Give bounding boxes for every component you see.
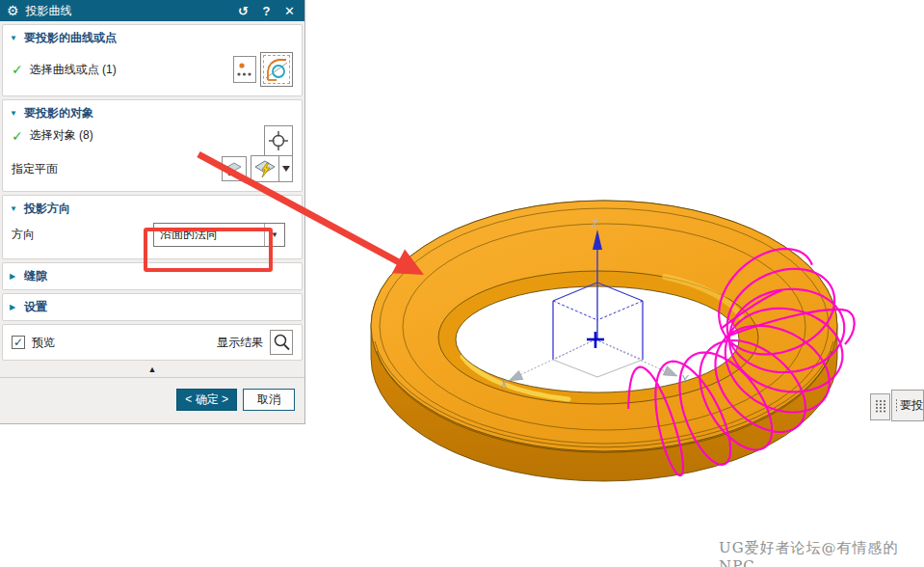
reset-button[interactable]: ↺ [235, 4, 251, 18]
section-title: 投影方向 [24, 201, 70, 217]
section-title: 要投影的曲线或点 [24, 30, 117, 46]
grid-dots-icon [895, 398, 897, 414]
chevron-collapsed-icon[interactable]: ▶ [10, 272, 18, 281]
section-preview: ✓ 预览 显示结果 [2, 324, 303, 361]
chevron-expanded-icon[interactable]: ▼ [10, 204, 18, 213]
quickpick-text: 要投 [900, 397, 923, 414]
inferred-plane-button[interactable] [251, 155, 279, 182]
curve-icon [265, 57, 288, 82]
specify-plane-label: 指定平面 [12, 161, 222, 177]
snap-point-button[interactable] [264, 125, 293, 156]
crosshair-icon [267, 129, 290, 152]
close-button[interactable]: ✕ [281, 4, 298, 18]
section-title: 设置 [24, 299, 47, 315]
chevron-expanded-icon[interactable]: ▼ [10, 34, 18, 42]
curve-rule-button[interactable] [260, 52, 293, 87]
section-projection-direction: ▼ 投影方向 方向 沿面的法向 ▼ [2, 195, 303, 259]
section-title: 缝隙 [24, 268, 47, 284]
plane-options-dropdown-button[interactable] [279, 155, 293, 182]
plane-dialog-button[interactable] [222, 156, 247, 181]
section-settings: ▶ 设置 [2, 293, 303, 321]
section-header-curves[interactable]: ▼ 要投影的曲线或点 [3, 25, 302, 49]
dialog-footer: < 确定 > 取消 [0, 377, 304, 423]
chevron-down-icon[interactable]: ▼ [264, 224, 284, 246]
grid-dots-icon [875, 399, 885, 415]
axis-label-y: Y [681, 373, 689, 385]
help-button[interactable]: ? [258, 4, 275, 18]
dialog-titlebar[interactable]: ⚙ 投影曲线 ↺ ? ✕ [0, 0, 304, 21]
section-header-direction[interactable]: ▼ 投影方向 [3, 196, 302, 220]
direction-label: 方向 [12, 227, 153, 243]
section-objects-to-project: ▼ 要投影的对象 ✓ 选择对象 (8) 指定平面 [2, 99, 303, 192]
collapse-dialog-button[interactable]: ▲ [148, 364, 157, 374]
section-title: 要投影的对象 [24, 105, 93, 122]
chevron-collapsed-icon[interactable]: ▶ [10, 303, 18, 311]
direction-dropdown-value: 沿面的法向 [154, 227, 264, 243]
section-header-gap[interactable]: ▶ 缝隙 [3, 263, 302, 289]
show-result-label: 显示结果 [217, 335, 263, 351]
select-object-label: 选择对象 (8) [30, 127, 293, 144]
axis-label-x: X [499, 378, 508, 390]
direction-dropdown[interactable]: 沿面的法向 ▼ [153, 223, 285, 247]
project-curve-dialog: ⚙ 投影曲线 ↺ ? ✕ ▼ 要投影的曲线或点 ✓ 选择曲线或点 (1) [0, 0, 305, 424]
show-result-button[interactable] [270, 330, 293, 355]
magnifier-icon [272, 333, 291, 352]
watermark-text: UG爱好者论坛@有情感的NPC [719, 539, 924, 567]
section-header-objects[interactable]: ▼ 要投影的对象 [3, 100, 302, 124]
check-icon: ✓ [12, 128, 23, 144]
point-dots-icon [235, 59, 254, 80]
ok-button[interactable]: < 确定 > [176, 389, 237, 411]
preview-label: 预览 [32, 335, 210, 351]
axis-label-z: Z [591, 218, 599, 230]
dialog-title: 投影曲线 [26, 3, 228, 19]
quickpick-list-item[interactable]: 要投 [891, 390, 924, 421]
point-dialog-button[interactable] [233, 56, 256, 83]
plane-lightning-icon [253, 158, 277, 179]
section-gap: ▶ 缝隙 [2, 262, 303, 290]
plane-dots-icon [224, 159, 244, 178]
checkbox-check-icon: ✓ [13, 336, 23, 349]
select-curve-label: 选择曲线或点 (1) [30, 62, 233, 78]
check-icon: ✓ [12, 62, 23, 77]
quickpick-icon-button[interactable] [870, 393, 890, 420]
chevron-down-icon [282, 166, 290, 172]
section-header-settings[interactable]: ▶ 设置 [3, 294, 302, 320]
chevron-expanded-icon[interactable]: ▼ [10, 109, 18, 118]
cancel-button[interactable]: 取消 [243, 389, 295, 411]
section-curves-to-project: ▼ 要投影的曲线或点 ✓ 选择曲线或点 (1) [2, 24, 303, 96]
preview-checkbox[interactable]: ✓ [12, 336, 25, 349]
gear-icon: ⚙ [7, 0, 19, 21]
